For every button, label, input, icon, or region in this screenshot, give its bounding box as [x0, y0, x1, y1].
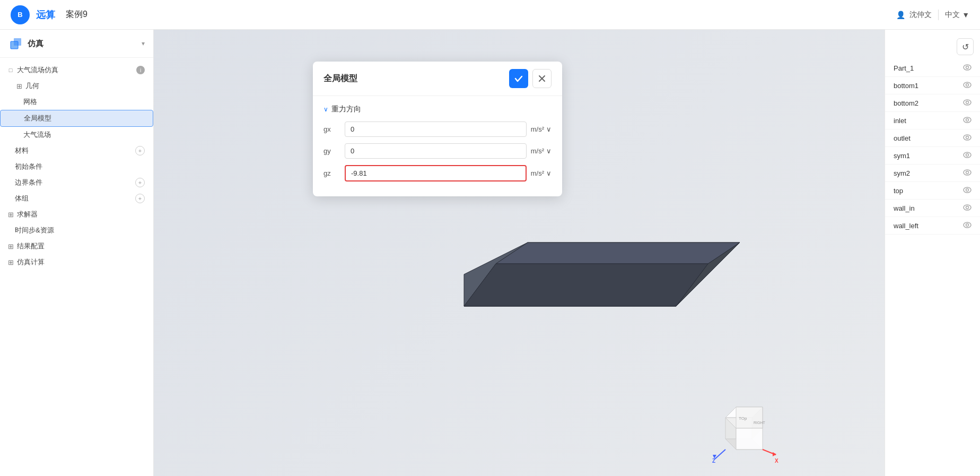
- lang-chevron-icon: ▼: [962, 11, 969, 19]
- svg-marker-19: [736, 428, 763, 449]
- sidebar-item-atm-sim[interactable]: □ 大气流场仿真 i: [0, 62, 153, 78]
- sidebar-item-timestep[interactable]: 时间步&资源: [0, 222, 153, 238]
- sidebar-item-boundary[interactable]: 边界条件 +: [0, 175, 153, 191]
- sidebar-tree: □ 大气流场仿真 i ⊞ 几何 网格 全局模型 大气流场 材料: [0, 58, 153, 274]
- form-row-gx: gx m/s² ∨: [323, 122, 552, 137]
- project-name: 案例9: [66, 9, 88, 20]
- axes-widget: TOp RIGHT Z X: [712, 402, 781, 465]
- svg-point-47: [966, 224, 969, 227]
- expand-icon-sim-calc[interactable]: ⊞: [6, 258, 15, 266]
- label-boundary: 边界条件: [15, 178, 133, 187]
- label-gx: gx: [323, 125, 345, 133]
- reset-view-button[interactable]: ↺: [957, 38, 974, 55]
- sidebar-item-solver[interactable]: ⊞ 求解器: [0, 206, 153, 222]
- unit-gy: m/s² ∨: [531, 147, 552, 155]
- sidebar-item-global-model[interactable]: 全局模型: [0, 110, 153, 127]
- unit-chevron-gz[interactable]: ∨: [546, 169, 552, 177]
- label-body-group: 体组: [15, 194, 133, 203]
- section-chevron-icon: ∨: [323, 106, 328, 113]
- dialog-confirm-button[interactable]: [509, 69, 528, 88]
- viewport-3d[interactable]: 全局模型: [154, 30, 885, 476]
- dialog-action-buttons: [509, 69, 552, 88]
- panel-item-inlet: inlet: [885, 112, 980, 129]
- eye-icon-part1[interactable]: [963, 64, 972, 72]
- unit-text-gy: m/s²: [531, 147, 544, 155]
- sidebar-item-geometry[interactable]: ⊞ 几何: [0, 78, 153, 94]
- svg-point-32: [964, 100, 971, 105]
- panel-item-label-sym1: sym1: [894, 152, 910, 160]
- panel-item-bottom1: bottom1: [885, 77, 980, 94]
- svg-point-33: [966, 101, 969, 104]
- form-row-gy: gy m/s² ∨: [323, 143, 552, 159]
- close-icon: [538, 75, 546, 82]
- label-result-config: 结果配置: [17, 241, 145, 251]
- label-atm-flow: 大气流场: [23, 130, 145, 140]
- expand-icon-geometry[interactable]: ⊞: [15, 82, 23, 90]
- user-info: 👤 沈仲文: [896, 10, 932, 20]
- panel-item-label-wall-in: wall_in: [894, 204, 915, 212]
- sidebar-item-atm-flow[interactable]: 大气流场: [0, 127, 153, 143]
- unit-chevron-gy[interactable]: ∨: [546, 147, 552, 155]
- input-gz[interactable]: [345, 165, 527, 181]
- eye-icon-top[interactable]: [963, 186, 972, 195]
- sidebar-item-result-config[interactable]: ⊞ 结果配置: [0, 238, 153, 254]
- svg-point-44: [964, 205, 971, 210]
- label-init-cond: 初始条件: [15, 162, 145, 171]
- svg-point-34: [964, 117, 971, 123]
- unit-chevron-gx[interactable]: ∨: [546, 125, 552, 133]
- svg-point-45: [966, 206, 969, 209]
- eye-icon-outlet[interactable]: [963, 134, 972, 142]
- info-icon-atm-sim: i: [136, 66, 145, 74]
- svg-point-46: [964, 222, 971, 228]
- sidebar-title: 仿真: [28, 39, 43, 49]
- user-icon: 👤: [896, 11, 905, 19]
- svg-marker-9: [496, 243, 740, 264]
- panel-item-label-bottom1: bottom1: [894, 82, 918, 90]
- expand-icon-atm-sim[interactable]: □: [6, 66, 15, 74]
- section-gravity-label: 重力方向: [331, 105, 361, 114]
- reset-icon: ↺: [962, 42, 969, 52]
- add-badge-body-group[interactable]: +: [135, 194, 145, 203]
- brand-name: 远算: [36, 8, 55, 21]
- sidebar-item-material[interactable]: 材料 +: [0, 143, 153, 159]
- username: 沈仲文: [909, 10, 932, 20]
- sidebar-item-body-group[interactable]: 体组 +: [0, 191, 153, 206]
- eye-icon-sym1[interactable]: [963, 151, 972, 160]
- panel-item-top: top: [885, 182, 980, 200]
- add-badge-material[interactable]: +: [135, 146, 145, 155]
- sidebar-item-mesh[interactable]: 网格: [0, 94, 153, 110]
- eye-icon-wall-in[interactable]: [963, 204, 972, 212]
- input-gy[interactable]: [345, 143, 527, 159]
- sidebar-header: 仿真 ▾: [0, 30, 153, 58]
- svg-text:TOp: TOp: [739, 416, 747, 421]
- eye-icon-sym2[interactable]: [963, 169, 972, 177]
- label-global-model: 全局模型: [24, 114, 144, 123]
- svg-text:Z: Z: [712, 458, 715, 464]
- sidebar-item-sim-calc[interactable]: ⊞ 仿真计算: [0, 254, 153, 270]
- section-gravity: ∨ 重力方向: [323, 105, 552, 114]
- checkmark-icon: [514, 74, 523, 83]
- header-divider: [938, 10, 939, 20]
- language-selector[interactable]: 中文 ▼: [945, 10, 969, 20]
- add-badge-boundary[interactable]: +: [135, 178, 145, 187]
- label-gz: gz: [323, 169, 345, 177]
- svg-marker-10: [464, 264, 708, 306]
- svg-marker-27: [773, 452, 776, 456]
- eye-icon-inlet[interactable]: [963, 116, 972, 125]
- sidebar-chevron-icon[interactable]: ▾: [142, 40, 145, 47]
- panel-item-sym2: sym2: [885, 165, 980, 182]
- panel-item-outlet: outlet: [885, 129, 980, 147]
- expand-icon-solver[interactable]: ⊞: [6, 210, 15, 219]
- input-gx[interactable]: [345, 122, 527, 137]
- dialog-close-button[interactable]: [532, 69, 552, 88]
- eye-icon-bottom1[interactable]: [963, 81, 972, 90]
- svg-point-40: [964, 170, 971, 175]
- form-row-gz: gz m/s² ∨: [323, 165, 552, 181]
- input-wrap-gy: [345, 143, 527, 159]
- sidebar-item-init-cond[interactable]: 初始条件: [0, 159, 153, 175]
- header-left: B 远算 案例9: [11, 5, 88, 24]
- eye-icon-wall-left[interactable]: [963, 221, 972, 230]
- unit-text-gx: m/s²: [531, 125, 544, 133]
- eye-icon-bottom2[interactable]: [963, 99, 972, 107]
- expand-icon-result[interactable]: ⊞: [6, 242, 15, 250]
